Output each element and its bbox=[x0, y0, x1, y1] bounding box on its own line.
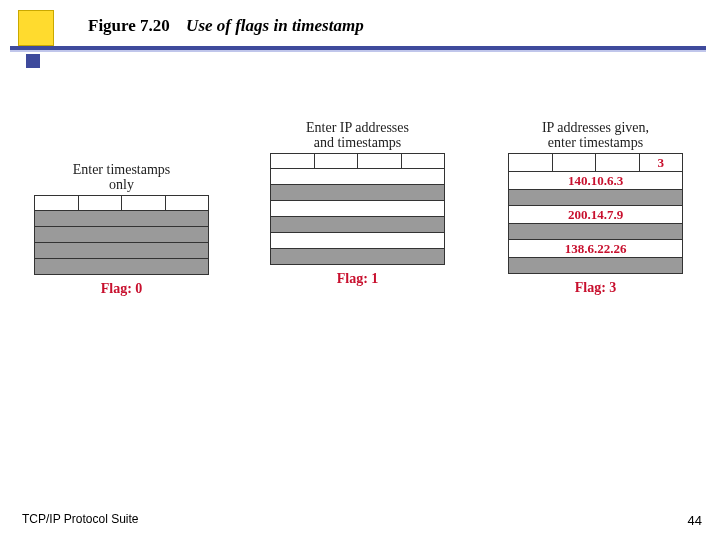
ip-cell: 200.14.7.9 bbox=[509, 205, 683, 223]
page-number: 44 bbox=[688, 513, 702, 528]
flag1-label: Flag: 1 bbox=[270, 271, 445, 287]
flag3-table: 3 140.10.6.3 200.14.7.9 138.6.22.26 bbox=[508, 153, 683, 274]
ip-cell: 140.10.6.3 bbox=[509, 171, 683, 189]
flag1-table bbox=[270, 153, 445, 265]
title-underline-shadow bbox=[10, 50, 706, 52]
flag0-column: Enter timestamps only Flag: 0 bbox=[34, 162, 209, 297]
flag3-column: IP addresses given, enter timestamps 3 1… bbox=[508, 120, 683, 296]
flag1-column: Enter IP addresses and timestamps Flag: … bbox=[270, 120, 445, 287]
ip-cell: 138.6.22.26 bbox=[509, 239, 683, 257]
flag3-heading: IP addresses given, enter timestamps bbox=[508, 120, 683, 151]
text: Enter IP addresses bbox=[306, 120, 409, 135]
title-small-square bbox=[26, 54, 40, 68]
flag0-label: Flag: 0 bbox=[34, 281, 209, 297]
slide-title: Figure 7.20 Use of flags in timestamp bbox=[88, 16, 364, 36]
flag3-label: Flag: 3 bbox=[508, 280, 683, 296]
flag0-table bbox=[34, 195, 209, 275]
figure-caption: Use of flags in timestamp bbox=[186, 16, 364, 35]
text: enter timestamps bbox=[548, 135, 643, 150]
text: IP addresses given, bbox=[542, 120, 649, 135]
footer-source: TCP/IP Protocol Suite bbox=[22, 512, 139, 526]
text: only bbox=[109, 177, 134, 192]
flag0-heading: Enter timestamps only bbox=[34, 162, 209, 193]
text: Enter timestamps bbox=[73, 162, 171, 177]
text: and timestamps bbox=[314, 135, 402, 150]
figure-number: Figure 7.20 bbox=[88, 16, 170, 35]
title-accent-square bbox=[18, 10, 54, 46]
flag1-heading: Enter IP addresses and timestamps bbox=[270, 120, 445, 151]
flag-value-cell: 3 bbox=[639, 153, 683, 171]
